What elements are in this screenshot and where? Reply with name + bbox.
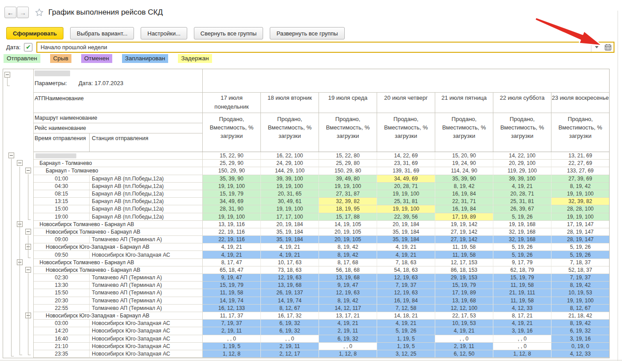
back-button[interactable]: ←	[4, 7, 16, 18]
date-filter-checkbox[interactable]: ✔	[24, 43, 32, 51]
schedule-cell[interactable]: 14, 12, 117	[319, 305, 377, 312]
schedule-cell[interactable]: 6, 12, 50	[435, 350, 493, 358]
schedule-cell[interactable]: 15, 19, 79	[202, 190, 260, 198]
trip-station-cell[interactable]: Барнаул АВ (пл.Победы,12а)	[89, 198, 202, 205]
schedule-cell[interactable]: 13, 17, 21	[319, 312, 377, 320]
schedule-cell[interactable]: 8, 17, 68	[319, 259, 377, 266]
column-header-date[interactable]: 20 июля четверг	[377, 93, 435, 113]
schedule-cell[interactable]: 8, 19, 42	[551, 320, 609, 327]
group-label-cell[interactable]: Барнаул - Толмачево	[34, 160, 202, 167]
schedule-cell[interactable]: 15, 19, 79	[435, 282, 493, 289]
group-label-cell[interactable]: Новосибирск Толмачево - Барнаул АВ	[34, 259, 202, 266]
schedule-cell[interactable]: , , 0	[493, 335, 551, 343]
column-header-date[interactable]: 21 июля пятница	[435, 93, 493, 113]
schedule-cell[interactable]: 1, 19, 5	[202, 343, 260, 350]
schedule-cell[interactable]: 2, 19, 11	[260, 343, 319, 350]
schedule-cell[interactable]: 13, 19, 68	[319, 274, 377, 282]
schedule-cell[interactable]: 19, 19, 100	[551, 213, 609, 221]
schedule-cell[interactable]: 3, 12, 25	[377, 350, 435, 358]
schedule-cell[interactable]: 18, 19, 95	[319, 205, 377, 213]
group-label-cell[interactable]	[34, 152, 202, 160]
column-header-date[interactable]: 22 июля суббота	[493, 93, 551, 113]
schedule-cell[interactable]: 29, 19, 153	[435, 274, 493, 282]
trip-station-cell[interactable]: Новосибирск Юго-Западная АС	[89, 327, 202, 335]
trip-time-cell[interactable]: 15:50	[34, 289, 89, 297]
schedule-cell[interactable]: 7, 18, 37	[551, 259, 609, 266]
schedule-cell[interactable]: 15, 19, 79	[202, 282, 260, 289]
schedule-cell[interactable]: 19, 19, 100	[202, 183, 260, 190]
schedule-cell[interactable]: 22, 39, 56	[377, 213, 435, 221]
schedule-cell[interactable]: 16, 12, 133	[202, 305, 260, 312]
schedule-cell[interactable]: 8, 12, 67	[551, 305, 609, 312]
schedule-cell[interactable]: 4, 19, 21	[493, 320, 551, 327]
schedule-cell[interactable]: 14, 18, 21	[377, 312, 435, 320]
schedule-cell[interactable]: 4, 19, 21	[260, 243, 319, 251]
row-header-route[interactable]: Маршрут наименование	[34, 113, 202, 123]
schedule-cell[interactable]: 15, 22, 80	[319, 152, 377, 160]
schedule-cell[interactable]: 21, 18, 42	[551, 312, 609, 320]
trip-station-cell[interactable]: Барнаул АВ (пл.Победы,12а)	[89, 213, 202, 221]
schedule-cell[interactable]: 0, 19, 0	[551, 343, 609, 350]
collapse-all-groups-button[interactable]: Свернуть все группы	[194, 27, 263, 39]
schedule-cell[interactable]: 14, 19, 105	[319, 221, 377, 228]
schedule-cell[interactable]: 28, 19, 147	[551, 236, 609, 243]
schedule-cell[interactable]: 2, 19, 11	[202, 327, 260, 335]
trip-time-cell[interactable]: 21:10	[34, 343, 89, 350]
schedule-cell[interactable]: 5, 19, 26	[551, 251, 609, 258]
schedule-cell[interactable]: 15, 19, 79	[493, 274, 551, 282]
trip-time-cell[interactable]: 14:20	[34, 327, 89, 335]
trip-station-cell[interactable]: Новосибирск Юго-Западная АС	[89, 350, 202, 358]
schedule-cell[interactable]: 7, 19, 37	[202, 320, 260, 327]
schedule-cell[interactable]: 8, 19, 42	[551, 183, 609, 190]
schedule-cell[interactable]: 4, 12, 33	[493, 305, 551, 312]
schedule-cell[interactable]: 14, 22, 69	[377, 152, 435, 160]
schedule-cell[interactable]: 16, 17, 32	[260, 312, 319, 320]
schedule-cell[interactable]: 19, 19, 100	[202, 213, 260, 221]
collapse-group-button[interactable]	[25, 229, 31, 235]
schedule-cell[interactable]: 12, 19, 63	[377, 289, 435, 297]
schedule-cell[interactable]: 35, 19, 184	[377, 228, 435, 236]
schedule-cell[interactable]: 25, 29, 80	[319, 160, 377, 167]
schedule-cell[interactable]: 24, 29, 100	[260, 160, 319, 167]
schedule-cell[interactable]: 5, 19, 26	[493, 243, 551, 251]
schedule-cell[interactable]: 150, 29, 90	[202, 167, 260, 175]
schedule-cell[interactable]: , , 0	[260, 335, 319, 343]
trip-time-cell[interactable]: 01:00	[34, 175, 89, 183]
schedule-cell[interactable]: 19, 19, 100	[377, 190, 435, 198]
trip-station-cell[interactable]: Новосибирск Юго-Западная АС	[89, 251, 202, 258]
schedule-cell[interactable]: 3, 19, 16	[493, 327, 551, 335]
choose-variant-button[interactable]: Выбрать вариант...	[70, 27, 134, 39]
schedule-cell[interactable]: 39, 39, 100	[260, 175, 319, 183]
schedule-cell[interactable]: 11, 19, 58	[493, 282, 551, 289]
schedule-cell[interactable]: 8, 19, 42	[319, 297, 377, 305]
schedule-cell[interactable]: 22, 31, 71	[435, 198, 493, 205]
schedule-cell[interactable]: 22, 17, 53	[435, 312, 493, 320]
schedule-cell[interactable]: 20, 19, 184	[260, 221, 319, 228]
group-label-cell[interactable]: Новосибирск Юго-Западная - Барнаул АВ	[34, 312, 202, 320]
schedule-cell[interactable]: 8, 19, 42	[319, 243, 377, 251]
schedule-cell[interactable]: , , 0	[493, 343, 551, 350]
schedule-cell[interactable]: 20, 28, 71	[377, 183, 435, 190]
schedule-cell[interactable]: 4, 19, 21	[377, 320, 435, 327]
schedule-cell[interactable]: 16, 22, 100	[260, 152, 319, 160]
schedule-cell[interactable]: 32, 19, 168	[493, 228, 551, 236]
schedule-cell[interactable]: 19, 19, 100	[551, 297, 609, 305]
schedule-cell[interactable]: 12, 17, 153	[435, 259, 493, 266]
schedule-cell[interactable]: 35, 19, 184	[377, 236, 435, 243]
schedule-cell[interactable]: 14, 19, 74	[202, 297, 260, 305]
schedule-cell[interactable]: 30, 49, 61	[260, 198, 319, 205]
schedule-cell[interactable]: 16, 19, 84	[377, 297, 435, 305]
schedule-cell[interactable]: 19, 24, 90	[435, 160, 493, 167]
trip-time-cell[interactable]: 08:15	[34, 190, 89, 198]
trip-station-cell[interactable]: Новосибирск Юго-Западная АС	[89, 343, 202, 350]
schedule-cell[interactable]: 114, 24, 90	[435, 167, 493, 175]
collapse-group-button[interactable]	[4, 72, 10, 78]
group-label-cell[interactable]: Новосибирск Толмачево - Барнаул АВ	[34, 266, 202, 274]
settings-button[interactable]: Настройки...	[141, 27, 187, 39]
trip-time-cell[interactable]: 09:00	[34, 236, 89, 243]
trip-station-cell[interactable]: Толмачево АП (Терминал А)	[89, 297, 202, 305]
schedule-cell[interactable]: 11, 19, 58	[202, 289, 260, 297]
schedule-cell[interactable]: 17, 19, 89	[435, 213, 493, 221]
trip-station-cell[interactable]: Барнаул АВ (пл.Победы,12а)	[89, 175, 202, 183]
row-header-trip[interactable]: Рейс наименование	[34, 123, 202, 133]
